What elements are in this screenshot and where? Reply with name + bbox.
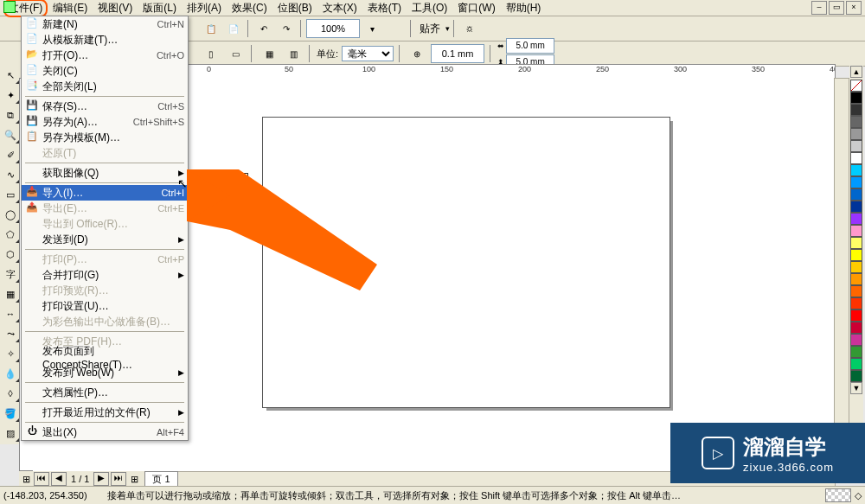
menu-item-17[interactable]: 打印设置(U)… [22, 298, 188, 314]
nudge-input[interactable] [431, 44, 484, 63]
color-swatch[interactable] [850, 92, 862, 104]
color-swatch[interactable] [850, 249, 862, 261]
portrait-icon[interactable]: ▯ [201, 43, 221, 64]
menu-item-21[interactable]: 发布到 Web(W)▶ [22, 365, 188, 380]
menu-view[interactable]: 视图(V) [93, 0, 138, 16]
color-swatch[interactable] [850, 285, 862, 297]
menu-item-10[interactable]: 📥导入(I)…Ctrl+I [22, 185, 188, 201]
menu-layout[interactable]: 版面(L) [138, 0, 182, 16]
document-page[interactable] [262, 117, 670, 408]
color-swatch[interactable] [850, 237, 862, 249]
color-swatch[interactable] [850, 152, 862, 164]
color-swatch[interactable] [850, 225, 862, 237]
palette-down-arrow[interactable]: ▼ [850, 382, 862, 394]
color-swatch[interactable] [850, 370, 862, 382]
menu-item-2[interactable]: 📂打开(O)…Ctrl+O [22, 48, 188, 63]
text-tool[interactable]: 字 [1, 265, 20, 284]
color-swatch[interactable] [850, 201, 862, 213]
menu-item-6[interactable]: 💾另存为(A)…Ctrl+Shift+S [22, 114, 188, 130]
page-layout2-icon[interactable]: ▥ [283, 43, 304, 64]
menu-table[interactable]: 表格(T) [362, 0, 407, 16]
color-swatch[interactable] [850, 358, 862, 370]
color-swatch[interactable] [850, 213, 862, 225]
outline-tool[interactable]: ◊ [1, 384, 20, 403]
eyedrop-tool[interactable]: 💧 [1, 364, 20, 383]
menu-item-1[interactable]: 📄从模板新建(T)… [22, 32, 188, 48]
menu-item-9[interactable]: 获取图像(Q)▶ [22, 165, 188, 181]
dim-tool[interactable]: ↔ [1, 304, 20, 323]
menu-window[interactable]: 窗口(W) [452, 0, 500, 16]
freehand-tool[interactable]: ✐ [1, 145, 20, 164]
menu-item-24[interactable]: ⏻退出(X)Alt+F4 [22, 424, 188, 440]
menu-help[interactable]: 帮助(H) [501, 0, 547, 16]
arrow-tool[interactable]: ↖ [1, 66, 20, 85]
table-tool[interactable]: ▦ [1, 284, 20, 303]
page-layout-icon[interactable]: ▦ [259, 43, 279, 64]
polygon-tool[interactable]: ⬠ [1, 225, 20, 244]
crop-tool[interactable]: ⧉ [1, 105, 20, 124]
smart-tool[interactable]: ∿ [1, 165, 20, 184]
color-swatch[interactable] [850, 297, 862, 309]
color-swatch[interactable] [850, 346, 862, 358]
menu-arrange[interactable]: 排列(A) [182, 0, 227, 16]
snap-label[interactable]: 贴齐 [416, 22, 444, 36]
zoom-tool[interactable]: 🔍 [1, 125, 20, 144]
zoom-level-input[interactable] [306, 19, 360, 38]
status-fill-swatch[interactable] [825, 488, 851, 502]
menu-item-4[interactable]: 📑全部关闭(L) [22, 79, 188, 94]
ifill-tool[interactable]: ▨ [1, 424, 20, 443]
page-next-button[interactable]: ▶ [93, 472, 109, 486]
menu-item-5[interactable]: 💾保存(S)…Ctrl+S [22, 99, 188, 114]
basic-tool[interactable]: ⬡ [1, 245, 20, 264]
palette-up-arrow[interactable]: ▲ [850, 66, 862, 78]
menu-item-23[interactable]: 打开最近用过的文件(R)▶ [22, 405, 188, 420]
color-swatch[interactable] [850, 104, 862, 116]
page-add-icon[interactable]: ⊞ [19, 474, 33, 485]
rect-tool[interactable]: ▭ [1, 185, 20, 204]
status-outline-icon[interactable]: ◇ [855, 490, 862, 501]
effect-tool[interactable]: ✧ [1, 344, 20, 363]
no-color-swatch[interactable] [850, 80, 862, 92]
page-prev-button[interactable]: ◀ [51, 472, 67, 486]
copy-icon[interactable]: 📋 [201, 18, 221, 39]
color-swatch[interactable] [850, 334, 862, 346]
color-swatch[interactable] [850, 116, 862, 128]
menu-effects[interactable]: 效果(C) [227, 0, 272, 16]
menu-item-15[interactable]: 合并打印(G)▶ [22, 267, 188, 283]
close-button[interactable]: × [846, 1, 862, 15]
menu-text[interactable]: 文本(X) [317, 0, 362, 16]
page-first-button[interactable]: ⏮ [34, 472, 49, 486]
ellipse-tool[interactable]: ◯ [1, 205, 20, 224]
page-tab[interactable]: 页 1 [144, 471, 177, 488]
fill-tool[interactable]: 🪣 [1, 404, 20, 423]
landscape-icon[interactable]: ▭ [225, 43, 246, 64]
redo-icon[interactable]: ↷ [276, 18, 297, 39]
color-swatch[interactable] [850, 140, 862, 152]
color-swatch[interactable] [850, 309, 862, 322]
menu-item-7[interactable]: 📋另存为模板(M)… [22, 130, 188, 145]
menu-tools[interactable]: 工具(O) [407, 0, 452, 16]
menu-item-13[interactable]: 发送到(D)▶ [22, 232, 188, 247]
unit-select[interactable]: 毫米 [342, 46, 394, 61]
restore-button[interactable]: ▭ [829, 1, 844, 15]
vertical-scrollbar[interactable] [834, 78, 849, 471]
minimize-button[interactable]: – [811, 1, 827, 15]
menu-item-22[interactable]: 文档属性(P)… [22, 385, 188, 400]
dup-x-input[interactable] [506, 38, 554, 54]
menu-item-3[interactable]: 📄关闭(C) [22, 63, 188, 79]
page-last-button[interactable]: ⏭ [111, 472, 126, 486]
shape-tool[interactable]: ✦ [1, 86, 20, 105]
options-icon[interactable]: ⛭ [459, 18, 480, 39]
color-swatch[interactable] [850, 188, 862, 201]
color-swatch[interactable] [850, 176, 862, 188]
menu-edit[interactable]: 编辑(E) [48, 0, 93, 16]
connect-tool[interactable]: ⤳ [1, 324, 20, 343]
zoom-dropdown-icon[interactable]: ▾ [362, 18, 382, 39]
menu-bitmap[interactable]: 位图(B) [272, 0, 317, 16]
snap-dropdown-icon[interactable]: ▾ [445, 24, 450, 33]
color-swatch[interactable] [850, 164, 862, 176]
color-swatch[interactable] [850, 273, 862, 285]
color-swatch[interactable] [850, 261, 862, 273]
color-swatch[interactable] [850, 128, 862, 140]
color-swatch[interactable] [850, 322, 862, 334]
